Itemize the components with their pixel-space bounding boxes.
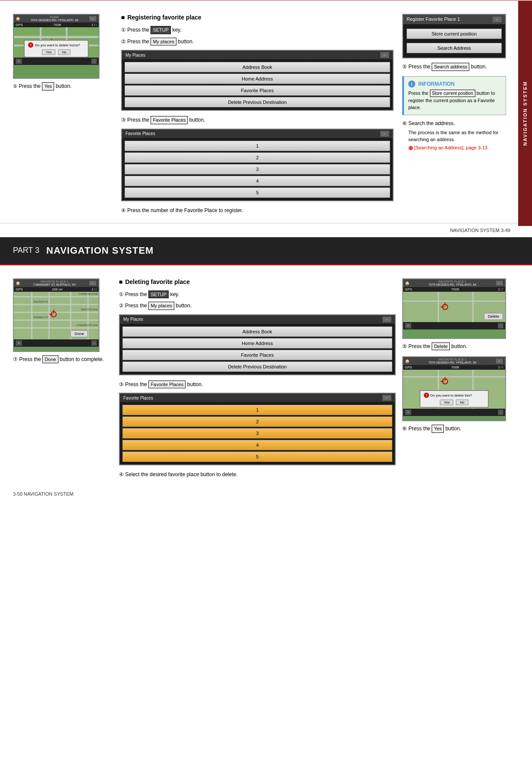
step4-text: Press the number of the Favorite Place t…	[127, 207, 243, 213]
gps-zoom-in[interactable]: +	[16, 58, 22, 64]
fav-places-btn[interactable]: Favorite Places	[151, 116, 188, 124]
gps-fav-distance: 266 mi	[52, 287, 62, 291]
dialog-yes-btn[interactable]: Yes	[42, 49, 55, 55]
part3-header: PART 3 NAVIGATION SYSTEM	[0, 237, 532, 264]
top-section: 🏠 HOME 7070 GEDDES RD, YPSILANTI, MI ← G…	[0, 0, 532, 223]
bot-step1-suffix: key.	[170, 291, 179, 297]
search-addr-inline-btn[interactable]: Search address	[432, 63, 469, 71]
gps-r1-zoom-out[interactable]: -	[498, 323, 503, 329]
step5-circled: ⑤	[13, 84, 17, 89]
setup-btn[interactable]: SETUP	[151, 26, 171, 34]
bot-address-book-btn[interactable]: Address Book	[122, 326, 392, 337]
bot-delete-prev-dest-btn[interactable]: Delete Previous Destination	[122, 361, 392, 372]
bot-fav-places-panel: Favorite Places ← 1 2 3 4 5	[119, 393, 396, 465]
gps-r1-top-bar: 🏠 FAVORITE PLACE 1 7070 GEDDES RD, YPSIL…	[403, 279, 505, 287]
gps-r2-back-btn[interactable]: ←	[495, 358, 503, 364]
r2-dialog-header: ? Do you want to delete this?	[424, 393, 484, 398]
bot-fav-places-btn[interactable]: Favorite Places	[148, 381, 186, 389]
bot-setup-btn[interactable]: SETUP	[148, 290, 169, 299]
gps-fav-zoom-in[interactable]: +	[16, 340, 22, 346]
gps-fav-back-btn[interactable]: ←	[89, 280, 97, 286]
right-step5: ⑤ Press the Search address button.	[402, 63, 506, 71]
fav-place-3-btn[interactable]: 3	[125, 164, 390, 174]
info-box: i INFORMATION Press the Store current po…	[402, 76, 506, 115]
gps-screen-top: 🏠 HOME 7070 GEDDES RD, YPSILANTI, MI ← G…	[13, 14, 99, 79]
r2-yes-btn[interactable]: Yes	[440, 400, 453, 405]
section-delete-title: Deleting favorite place	[125, 278, 189, 285]
bot-fav-5-btn[interactable]: 5	[122, 452, 392, 462]
delete-prev-dest-btn[interactable]: Delete Previous Destination	[125, 97, 390, 107]
gps-back-button[interactable]: ←	[89, 16, 97, 22]
step7-prefix: Press the	[19, 356, 41, 362]
register-back-btn[interactable]: ←	[493, 16, 502, 23]
bot-favorite-places-btn[interactable]: Favorite Places	[122, 350, 392, 360]
fav-place-1-btn[interactable]: 1	[125, 141, 390, 151]
gps-fav-zoom-out[interactable]: -	[91, 340, 97, 346]
done-btn[interactable]: Done	[71, 330, 88, 337]
store-current-pos-btn[interactable]: Store current position	[407, 29, 502, 39]
gps-r2-zoom-in[interactable]: +	[405, 410, 411, 415]
fav-place-4-btn[interactable]: 4	[125, 176, 390, 186]
street-langmeyer: LANGMEYER AVE	[76, 324, 98, 326]
info-text-1: Press the	[408, 90, 428, 96]
gps-zoom-out[interactable]: -	[91, 58, 97, 64]
bot-step3-prefix: Press the	[125, 381, 147, 387]
gps-r2-address: 7070 GEDDES RD, YPSILANTI, MI	[429, 361, 476, 364]
fav-place-5-btn[interactable]: 5	[125, 187, 390, 198]
my-places-title: My Places	[125, 53, 145, 58]
delete-overlay-btn[interactable]: Delete	[484, 313, 503, 320]
my-places-back-btn[interactable]: ←	[380, 52, 389, 58]
step2-prefix: Press the	[127, 39, 149, 45]
step3-suffix: button.	[189, 117, 205, 123]
gps-r2-map: ? Do you want to delete this? Yes No	[403, 370, 505, 409]
gps-screen-right1: 🏠 FAVORITE PLACE 1 7070 GEDDES RD, YPSIL…	[402, 278, 506, 339]
gps-r1-fav-label: FAVORITE PLACE 1	[429, 280, 476, 283]
part-label: PART 3	[13, 246, 39, 255]
bottom-right-column: 🏠 FAVORITE PLACE 1 7070 GEDDES RD, YPSIL…	[402, 278, 523, 479]
gps-dialog-top: ? Do you want to delete home? Yes No	[24, 40, 89, 58]
gps-r1-map: Delete	[403, 292, 505, 322]
r2-crosshair	[442, 378, 448, 384]
store-pos-inline-btn[interactable]: Store current position	[430, 90, 475, 97]
r2-yes-inline-btn[interactable]: Yes	[432, 425, 444, 433]
road-v-fav2	[48, 292, 50, 339]
fav-places-back-btn[interactable]: ←	[380, 131, 389, 137]
bot-home-address-btn[interactable]: Home Address	[122, 338, 392, 348]
search-address-btn[interactable]: Search Address	[407, 43, 502, 53]
bot-fav-1-btn[interactable]: 1	[122, 405, 392, 415]
gps-r1-road-v2	[472, 292, 474, 322]
bot-fav-back[interactable]: ←	[382, 395, 391, 401]
done-inline-btn[interactable]: Done	[42, 355, 58, 364]
step1-suffix: key.	[172, 27, 181, 33]
bot-mid-step2: ② Press the My places button.	[119, 302, 396, 310]
step2-suffix: button.	[178, 39, 194, 45]
myplaces-btn[interactable]: My places	[151, 38, 176, 46]
road-h-fav2	[14, 304, 99, 305]
gps-r2-zoom-out[interactable]: -	[498, 410, 503, 415]
fav-place-2-btn[interactable]: 2	[125, 152, 390, 163]
r1-cv	[445, 303, 445, 306]
bot-my-places-title-bar: My Places ←	[120, 315, 395, 324]
gps-r1-zoom-in[interactable]: +	[405, 323, 411, 329]
step5-yes-btn[interactable]: Yes	[42, 82, 54, 90]
bot-right-step5-suffix: button.	[452, 343, 468, 349]
gps-fav-info-bar: GPS 266 mi 1↑↑	[14, 287, 99, 292]
address-book-btn[interactable]: Address Book	[125, 62, 390, 72]
delete-inline-btn[interactable]: Delete	[432, 342, 450, 351]
bot-myplaces-btn[interactable]: My places	[148, 302, 174, 310]
gps-signal: 1↑↑	[92, 23, 97, 27]
bot-fav-2-btn[interactable]: 2	[122, 416, 392, 427]
street-decker: DECKER ST	[33, 300, 48, 303]
home-address-btn[interactable]: Home Address	[125, 74, 390, 84]
r2-no-btn[interactable]: No	[456, 400, 468, 405]
gps-fav-gps-label: GPS	[16, 287, 23, 291]
bot-my-places-back[interactable]: ←	[382, 316, 391, 323]
gps-r1-back-btn[interactable]: ←	[495, 280, 503, 286]
step3-prefix: Press the	[127, 117, 149, 123]
favorite-places-btn[interactable]: Favorite Places	[125, 85, 390, 96]
bot-mid-step1: ① Press the SETUP key.	[119, 290, 396, 299]
bot-fav-3-btn[interactable]: 3	[122, 428, 392, 439]
bot-my-places-body: Address Book Home Address Favorite Place…	[120, 324, 395, 374]
dialog-no-btn[interactable]: No	[58, 49, 70, 55]
bot-fav-4-btn[interactable]: 4	[122, 440, 392, 450]
